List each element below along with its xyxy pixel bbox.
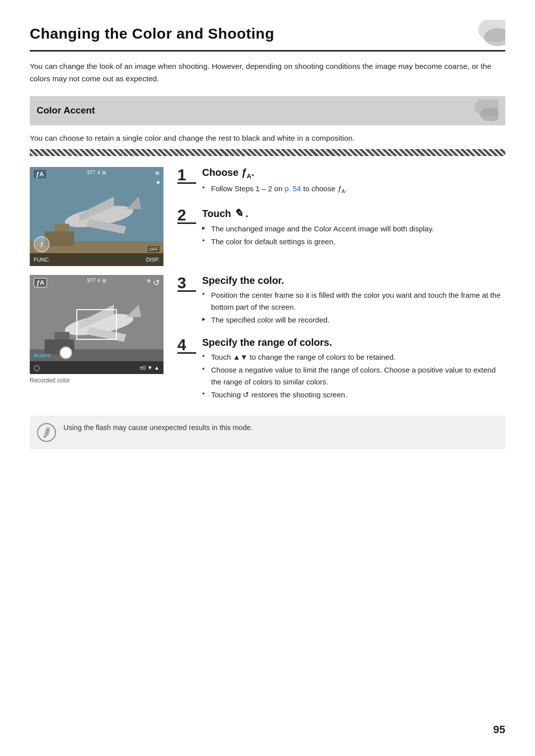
image1-top-center: 9774⊞ (87, 170, 106, 175)
step-4-bullet-3: Touching ↺ restores the shooting screen. (202, 389, 505, 400)
image1-disp-label: DISP. (146, 257, 160, 263)
image2-top-center: 9774⊞ (87, 278, 106, 283)
image1-fa-label: ƒA (34, 170, 46, 178)
step-1: 1 Choose ƒA. Follow Steps 1 – 2 on p. 54… (177, 167, 505, 197)
step-1-content: Choose ƒA. Follow Steps 1 – 2 on p. 54 t… (202, 167, 505, 197)
step-2-bullets: The unchanged image and the Color Accent… (202, 223, 505, 248)
image1-sd-icon: ■ (157, 179, 160, 185)
plane-illustration-1 (30, 167, 163, 266)
image2-circle-btn: ◯ (34, 365, 40, 371)
note-box: Using the flash may cause unexpected res… (30, 416, 505, 449)
image2-accent-label: Accent (34, 352, 51, 358)
steps-12-area: ƒA ⊕ 9774⊞ ƒ FUNC. DISP. OFF ■ (30, 167, 505, 266)
image2-controls: ±0 ▼ ▲ (140, 365, 160, 371)
svg-rect-12 (54, 224, 69, 231)
plane-illustration-2 (30, 275, 163, 374)
step-4-title: Specify the range of colors. (202, 337, 505, 348)
page-title-bar: Changing the Color and Shooting (30, 20, 505, 52)
pencil-note-icon (37, 423, 56, 442)
step-3-title: Specify the color. (202, 275, 505, 286)
step-2-content: Touch ✎ . The unchanged image and the Co… (202, 207, 505, 249)
step-1-title: Choose ƒA. (202, 167, 505, 180)
step-1-bullets: Follow Steps 1 – 2 on p. 54 to choose ƒA… (202, 183, 505, 196)
note-icon (37, 423, 56, 442)
section-title: Color Accent (37, 105, 95, 116)
section-description: You can choose to retain a single color … (30, 132, 505, 145)
camera-image-2-container: ƒA ↺ Accent ◯ ±0 ▼ ▲ 9774⊞ ⊕ Re (30, 275, 163, 402)
step-2-number: 2 (177, 207, 196, 223)
image1-func-label: FUNC. (34, 257, 51, 263)
section-header: Color Accent (30, 96, 505, 125)
note-text: Using the flash may cause unexpected res… (63, 423, 253, 433)
image2-undo-icon: ↺ (153, 278, 160, 287)
step-3-bullet-2: The specified color will be recorded. (202, 314, 505, 325)
camera-screen-1: ƒA ⊕ 9774⊞ ƒ FUNC. DISP. OFF ■ (30, 167, 163, 266)
intro-text: You can change the look of an image when… (30, 60, 505, 85)
image1-off-label: OFF (148, 246, 160, 252)
step-4: 4 Specify the range of colors. Touch ▲▼ … (177, 337, 505, 402)
section-corner-icon (471, 100, 498, 122)
camera-images-left: ƒA ⊕ 9774⊞ ƒ FUNC. DISP. OFF ■ (30, 167, 163, 266)
step-4-bullets: Touch ▲▼ to change the range of colors t… (202, 351, 505, 400)
step-1-link[interactable]: p. 54 (284, 184, 301, 193)
steps-12-right: 1 Choose ƒA. Follow Steps 1 – 2 on p. 54… (177, 167, 505, 266)
step-3-bullet-1: Position the center frame so it is fille… (202, 289, 505, 313)
camera-image-2: ƒA ↺ Accent ◯ ±0 ▼ ▲ 9774⊞ ⊕ (30, 275, 163, 374)
step-1-bullet-1: Follow Steps 1 – 2 on p. 54 to choose ƒA… (202, 183, 505, 196)
step-2: 2 Touch ✎ . The unchanged image and the … (177, 207, 505, 249)
camera-screen-2: ƒA ↺ Accent ◯ ±0 ▼ ▲ 9774⊞ ⊕ (30, 275, 163, 374)
image1-bottom-bar: FUNC. DISP. (30, 253, 163, 266)
step-4-bullet-1: Touch ▲▼ to change the range of colors t… (202, 351, 505, 363)
page-title: Changing the Color and Shooting (30, 25, 274, 42)
steps-34-right: 3 Specify the color. Position the center… (177, 275, 505, 402)
image1-top-right: ⊕ (155, 170, 160, 176)
step-3-bullets: Position the center frame so it is fille… (202, 289, 505, 325)
image2-fa-label: ƒA (34, 278, 47, 287)
camera-image-1: ƒA ⊕ 9774⊞ ƒ FUNC. DISP. OFF ■ (30, 167, 163, 266)
page-number: 95 (493, 723, 505, 736)
step-3-content: Specify the color. Position the center f… (202, 275, 505, 327)
step-2-bullet-1: The unchanged image and the Color Accent… (202, 223, 505, 234)
recorded-color-label: Recorded color (30, 377, 163, 384)
step-4-content: Specify the range of colors. Touch ▲▼ to… (202, 337, 505, 402)
steps-34-area: ƒA ↺ Accent ◯ ±0 ▼ ▲ 9774⊞ ⊕ Re (30, 275, 505, 402)
step-3: 3 Specify the color. Position the center… (177, 275, 505, 327)
step-4-number: 4 (177, 337, 196, 353)
image2-bottom-bar: ◯ ±0 ▼ ▲ (30, 361, 163, 374)
svg-rect-20 (54, 332, 69, 339)
step-2-bullet-2: The color for default settings is green. (202, 236, 505, 247)
image2-top-right2: ⊕ (147, 278, 151, 283)
stripe-divider (30, 149, 505, 156)
step-4-bullet-2: Choose a negative value to limit the ran… (202, 364, 505, 387)
step-1-number: 1 (177, 167, 196, 183)
step-3-number: 3 (177, 275, 196, 291)
title-corner-icon (471, 20, 505, 47)
step-2-title: Touch ✎ . (202, 207, 505, 220)
